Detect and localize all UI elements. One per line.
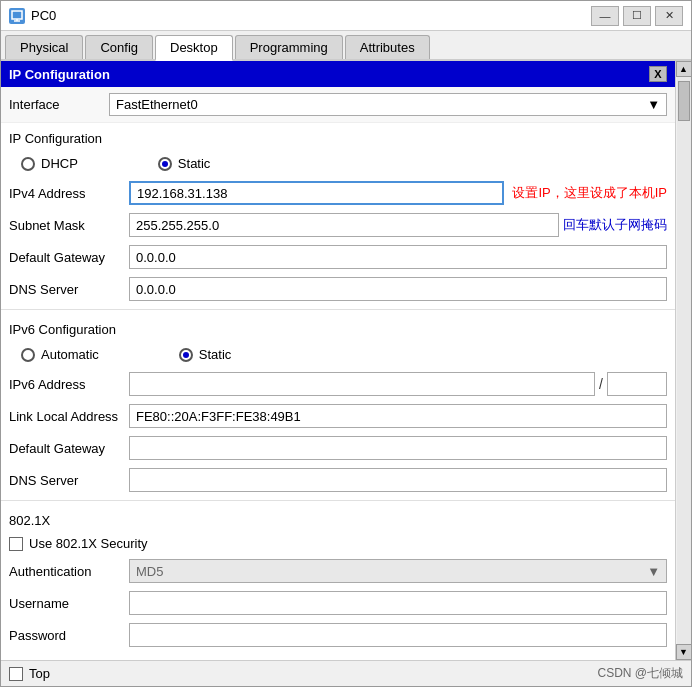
dhcp-option[interactable]: DHCP xyxy=(21,156,78,171)
ipv6-gateway-input[interactable] xyxy=(129,436,667,460)
scroll-up-button[interactable]: ▲ xyxy=(676,61,692,77)
ipv6-gateway-row: Default Gateway xyxy=(1,432,675,464)
ipv6-static-label: Static xyxy=(199,347,232,362)
scroll-thumb[interactable] xyxy=(678,81,690,121)
bottom-bar: Top CSDN @七倾城 xyxy=(1,660,691,686)
ipv6-static-option[interactable]: Static xyxy=(179,347,232,362)
chevron-down-icon: ▼ xyxy=(647,97,660,112)
dns-input[interactable] xyxy=(129,277,667,301)
static-option[interactable]: Static xyxy=(158,156,211,171)
ipv6-address-row: IPv6 Address / xyxy=(1,368,675,400)
link-local-row: Link Local Address xyxy=(1,400,675,432)
tab-programming[interactable]: Programming xyxy=(235,35,343,59)
auth-label: Authentication xyxy=(9,564,129,579)
password-label: Password xyxy=(9,628,129,643)
ipv4-config-header: IP Configuration xyxy=(1,123,675,150)
ipv6-static-radio[interactable] xyxy=(179,348,193,362)
tab-bar: Physical Config Desktop Programming Attr… xyxy=(1,31,691,61)
main-content: IP Configuration X Interface FastEtherne… xyxy=(1,61,691,660)
ipv6-slash: / xyxy=(599,376,603,392)
tab-physical[interactable]: Physical xyxy=(5,35,83,59)
content-panel: IP Configuration X Interface FastEtherne… xyxy=(1,61,675,660)
ipv6-prefix-input[interactable] xyxy=(607,372,667,396)
minimize-button[interactable]: — xyxy=(591,6,619,26)
ipv4-address-row: IPv4 Address 设置IP，这里设成了本机IP xyxy=(1,177,675,209)
subnet-annotation: 回车默认子网掩码 xyxy=(563,216,667,234)
link-local-label: Link Local Address xyxy=(9,409,129,424)
window-controls: — ☐ ✕ xyxy=(591,6,683,26)
subnet-mask-row: Subnet Mask 回车默认子网掩码 xyxy=(1,209,675,241)
subnet-mask-input[interactable] xyxy=(129,213,559,237)
ipv6-config-header: IPv6 Configuration xyxy=(1,314,675,341)
watermark: CSDN @七倾城 xyxy=(597,665,683,682)
svg-rect-0 xyxy=(12,11,22,19)
dns-label: DNS Server xyxy=(9,282,129,297)
interface-row: Interface FastEthernet0 ▼ xyxy=(1,87,675,123)
dns-row: DNS Server xyxy=(1,273,675,305)
top-checkbox[interactable] xyxy=(9,667,23,681)
ipv6-dns-label: DNS Server xyxy=(9,473,129,488)
gateway-row: Default Gateway xyxy=(1,241,675,273)
ipv6-input-container: / xyxy=(129,372,667,396)
ipv6-automatic-option[interactable]: Automatic xyxy=(21,347,99,362)
dhcp-label: DHCP xyxy=(41,156,78,171)
ipv4-annotation: 设置IP，这里设成了本机IP xyxy=(512,184,667,202)
ipv6-radio-row: Automatic Static xyxy=(1,341,675,368)
username-row: Username xyxy=(1,587,675,619)
scrollbar[interactable]: ▲ ▼ xyxy=(675,61,691,660)
use-dot1x-label: Use 802.1X Security xyxy=(29,536,148,551)
auth-chevron-icon: ▼ xyxy=(647,564,660,579)
ipv6-gateway-label: Default Gateway xyxy=(9,441,129,456)
link-local-input[interactable] xyxy=(129,404,667,428)
static-label: Static xyxy=(178,156,211,171)
close-button[interactable]: ✕ xyxy=(655,6,683,26)
divider-1 xyxy=(1,309,675,310)
ipv4-radio-row: DHCP Static xyxy=(1,150,675,177)
ipv6-automatic-label: Automatic xyxy=(41,347,99,362)
interface-value: FastEthernet0 xyxy=(116,97,198,112)
maximize-button[interactable]: ☐ xyxy=(623,6,651,26)
ipv4-address-input[interactable] xyxy=(129,181,504,205)
use-dot1x-row: Use 802.1X Security xyxy=(1,532,675,555)
dot1x-header: 802.1X xyxy=(1,505,675,532)
window-title: PC0 xyxy=(31,8,591,23)
static-radio[interactable] xyxy=(158,157,172,171)
password-row: Password xyxy=(1,619,675,651)
ipv6-dns-input[interactable] xyxy=(129,468,667,492)
tab-desktop[interactable]: Desktop xyxy=(155,35,233,61)
scroll-down-button[interactable]: ▼ xyxy=(676,644,692,660)
ip-config-header: IP Configuration X xyxy=(1,61,675,87)
tab-config[interactable]: Config xyxy=(85,35,153,59)
interface-select[interactable]: FastEthernet0 ▼ xyxy=(109,93,667,116)
auth-row: Authentication MD5 ▼ xyxy=(1,555,675,587)
ipv6-dns-row: DNS Server xyxy=(1,464,675,496)
subnet-mask-label: Subnet Mask xyxy=(9,218,129,233)
window-icon xyxy=(9,8,25,24)
interface-label: Interface xyxy=(9,97,109,112)
tab-attributes[interactable]: Attributes xyxy=(345,35,430,59)
bottom-left: Top xyxy=(9,666,50,681)
ip-config-title: IP Configuration xyxy=(9,67,110,82)
ip-config-close-button[interactable]: X xyxy=(649,66,667,82)
ipv6-address-label: IPv6 Address xyxy=(9,377,129,392)
top-label: Top xyxy=(29,666,50,681)
divider-2 xyxy=(1,500,675,501)
ipv6-address-input[interactable] xyxy=(129,372,595,396)
title-bar: PC0 — ☐ ✕ xyxy=(1,1,691,31)
main-window: PC0 — ☐ ✕ Physical Config Desktop Progra… xyxy=(0,0,692,687)
auth-value: MD5 xyxy=(136,564,163,579)
gateway-label: Default Gateway xyxy=(9,250,129,265)
use-dot1x-checkbox[interactable] xyxy=(9,537,23,551)
username-input[interactable] xyxy=(129,591,667,615)
username-label: Username xyxy=(9,596,129,611)
gateway-input[interactable] xyxy=(129,245,667,269)
password-input[interactable] xyxy=(129,623,667,647)
ipv6-automatic-radio[interactable] xyxy=(21,348,35,362)
ipv4-address-label: IPv4 Address xyxy=(9,186,129,201)
scroll-track xyxy=(677,77,691,644)
auth-select[interactable]: MD5 ▼ xyxy=(129,559,667,583)
dhcp-radio[interactable] xyxy=(21,157,35,171)
